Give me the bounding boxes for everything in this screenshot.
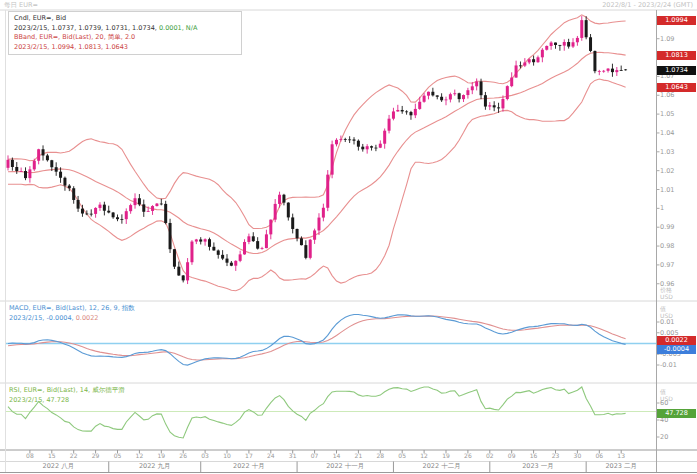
day-label: 24 — [267, 452, 275, 459]
day-label: 23 — [552, 452, 560, 459]
legend-macd-signal-value: 0.0022 — [74, 314, 99, 322]
price-tick-label: 0.96 — [660, 280, 674, 288]
day-label: 14 — [333, 452, 341, 459]
day-label: 07 — [311, 452, 319, 459]
price-tick-label: 0.98 — [660, 242, 674, 250]
day-label: 28 — [376, 452, 384, 459]
axis-caption: USD — [660, 293, 673, 300]
badge-macd-signal: 0.0022 — [657, 336, 696, 345]
month-label: 2022 八月 — [43, 462, 75, 471]
day-label: 10 — [223, 452, 231, 459]
macd-tick-label: 0.01 — [660, 318, 674, 326]
rsi-legend: RSI, EUR=, Bid(Last), 14, 威尔德平滑 2023/2/1… — [9, 386, 125, 405]
legend-bband-series: BBand, EUR=, Bid(Last), 20, 简单, 2.0 — [14, 33, 236, 43]
price-tick-label: 0.99 — [660, 223, 674, 231]
macd-legend: MACD, EUR=, Bid(Last), 12, 26, 9, 指数 202… — [9, 304, 135, 323]
day-label: 29 — [92, 452, 100, 459]
day-label: 12 — [136, 452, 144, 459]
day-label: 13 — [617, 452, 625, 459]
main-legend: Cndl, EUR=, Bid 2023/2/15, 1.0737, 1.073… — [8, 11, 242, 55]
legend-rsi-value: 2023/2/15, 47.728 — [9, 396, 125, 406]
macd-tick-label: -0.01 — [660, 361, 677, 369]
badge-last-price: 1.0734 — [657, 66, 696, 75]
month-label: 2023 一月 — [522, 462, 554, 471]
price-tick-label: 0.97 — [660, 261, 674, 269]
rsi-tick-label: 60 — [660, 399, 668, 407]
day-label: 16 — [530, 452, 538, 459]
price-tick-label: 1.03 — [660, 148, 674, 156]
badge-rsi-value: 47.728 — [657, 409, 696, 418]
day-label: 22 — [70, 452, 78, 459]
legend-candle-series: Cndl, EUR=, Bid — [14, 14, 236, 24]
day-label: 15 — [48, 452, 56, 459]
legend-bband-values: 2023/2/15, 1.0994, 1.0813, 1.0643 — [14, 43, 236, 53]
month-label: 2022 十一月 — [326, 462, 364, 471]
month-label: 2022 十月 — [233, 462, 265, 471]
price-tick-label: 1.02 — [660, 167, 674, 175]
day-label: 05 — [114, 452, 122, 459]
month-label: 2022 九月 — [139, 462, 171, 471]
day-label: 19 — [157, 452, 165, 459]
day-label: 26 — [179, 452, 187, 459]
day-label: 06 — [595, 452, 603, 459]
day-label: 02 — [486, 452, 494, 459]
day-label: 09 — [508, 452, 516, 459]
badge-macd-line: -0.0004 — [657, 345, 696, 354]
price-tick-label: 1 — [660, 204, 664, 212]
rsi-tick-label: 20 — [660, 433, 668, 441]
day-label: 19 — [442, 452, 450, 459]
chart-interval-symbol: 每日 EUR= — [4, 1, 38, 10]
legend-rsi-series: RSI, EUR=, Bid(Last), 14, 威尔德平滑 — [9, 386, 125, 396]
badge-bollinger-middle: 1.0813 — [657, 51, 696, 60]
price-tick-label: 1.09 — [660, 35, 674, 43]
price-tick-label: 1.05 — [660, 110, 674, 118]
chart-date-range: 2022/8/1 - 2023/2/24 (GMT) — [602, 1, 693, 9]
legend-macd-series: MACD, EUR=, Bid(Last), 12, 26, 9, 指数 — [9, 304, 135, 314]
month-label: 2023 二月 — [605, 462, 637, 471]
badge-bollinger-upper: 1.0994 — [657, 16, 696, 25]
day-label: 31 — [289, 452, 297, 459]
price-tick-label: 1.06 — [660, 91, 674, 99]
badge-bollinger-lower: 1.0643 — [657, 83, 696, 92]
legend-net-change: 0.0001, N/A — [157, 24, 197, 32]
day-label: 05 — [398, 452, 406, 459]
legend-macd-values: 2023/2/15, -0.0004, 0.0022 — [9, 314, 135, 324]
day-label: 17 — [245, 452, 253, 459]
chart-window: 每日 EUR= 2022/8/1 - 2023/2/24 (GMT) Cndl,… — [0, 0, 697, 474]
day-label: 26 — [464, 452, 472, 459]
month-label: 2022 十二月 — [423, 462, 461, 471]
price-tick-label: 1.01 — [660, 186, 674, 194]
day-label: 21 — [355, 452, 363, 459]
day-label: 12 — [420, 452, 428, 459]
legend-candle-values: 2023/2/15, 1.0737, 1.0739, 1.0731, 1.073… — [14, 24, 236, 34]
day-label: 08 — [26, 452, 34, 459]
day-label: 03 — [201, 452, 209, 459]
day-label: 30 — [574, 452, 582, 459]
price-tick-label: 1.04 — [660, 129, 674, 137]
